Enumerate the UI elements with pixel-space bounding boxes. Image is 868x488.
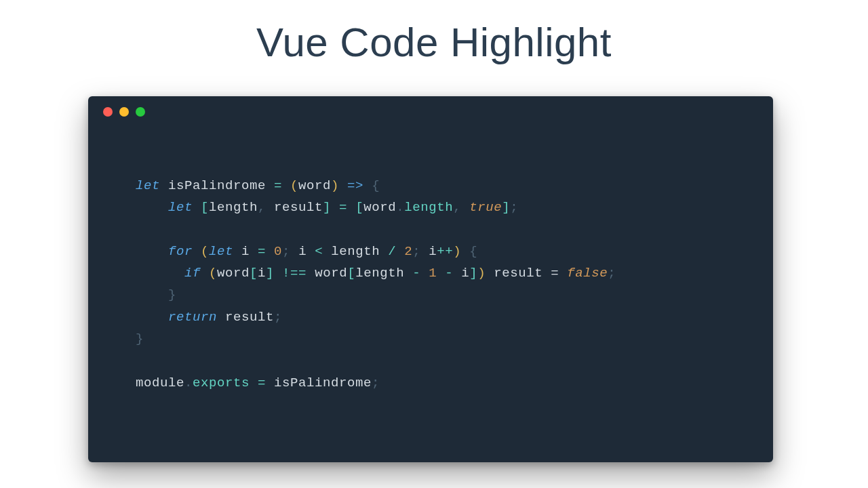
- code-token: length: [355, 266, 412, 281]
- code-token: i: [241, 244, 258, 259]
- code-token: .: [184, 375, 193, 390]
- code-token: for: [168, 244, 201, 259]
- code-token: =: [551, 266, 567, 281]
- code-token: ;: [274, 310, 282, 325]
- code-token: isPalindrome: [274, 375, 372, 390]
- code-token: [: [201, 200, 209, 215]
- code-token: word: [363, 200, 396, 215]
- code-token: if: [184, 266, 209, 281]
- code-token: [: [250, 266, 258, 281]
- code-token: length: [331, 244, 388, 259]
- code-token: ]: [323, 200, 339, 215]
- code-token: (: [201, 244, 209, 259]
- code-token: =: [258, 375, 274, 390]
- code-token: [136, 266, 184, 281]
- code-token: ]: [469, 266, 477, 281]
- code-token: exports: [193, 375, 258, 390]
- code-token: i: [258, 266, 266, 281]
- code-token: [136, 244, 168, 259]
- code-token: ;: [372, 375, 380, 390]
- code-token: isPalindrome: [168, 178, 274, 193]
- code-token: <: [315, 244, 331, 259]
- code-token: result: [494, 266, 551, 281]
- code-token: true: [469, 200, 502, 215]
- code-token: word: [217, 266, 250, 281]
- minimize-icon[interactable]: [119, 107, 129, 117]
- code-token: ): [331, 178, 347, 193]
- code-token: ]: [502, 200, 510, 215]
- code-block: let isPalindrome = (word) => { let [leng…: [88, 127, 773, 394]
- code-editor-window: let isPalindrome = (word) => { let [leng…: [88, 96, 773, 462]
- code-token: result: [274, 200, 323, 215]
- page-title: Vue Code Highlight: [0, 0, 868, 66]
- code-token: let: [168, 200, 201, 215]
- code-token: 2: [404, 244, 412, 259]
- code-token: =: [339, 200, 355, 215]
- code-token: word: [298, 178, 331, 193]
- code-token: {: [469, 244, 477, 259]
- window-titlebar: [88, 96, 773, 127]
- code-token: /: [388, 244, 404, 259]
- code-token: =: [274, 178, 290, 193]
- code-token: !==: [282, 266, 315, 281]
- code-token: ;: [510, 200, 518, 215]
- code-token: .: [396, 200, 404, 215]
- code-token: module: [136, 375, 184, 390]
- code-token: let: [209, 244, 241, 259]
- code-token: let: [136, 178, 168, 193]
- page-root: Vue Code Highlight let isPalindrome = (w…: [0, 0, 868, 488]
- code-token: word: [315, 266, 347, 281]
- code-token: ,: [453, 200, 469, 215]
- code-token: ++: [437, 244, 453, 259]
- code-token: (: [290, 178, 298, 193]
- code-token: [: [347, 266, 355, 281]
- code-token: ): [453, 244, 469, 259]
- code-token: -: [412, 266, 429, 281]
- code-token: ;: [282, 244, 298, 259]
- code-token: -: [445, 266, 461, 281]
- code-token: [136, 287, 168, 302]
- code-token: [136, 310, 168, 325]
- code-token: }: [136, 331, 144, 346]
- code-token: ]: [266, 266, 282, 281]
- code-token: [: [355, 200, 363, 215]
- code-token: ,: [258, 200, 274, 215]
- code-token: {: [372, 178, 380, 193]
- code-token: (: [209, 266, 217, 281]
- code-token: return: [168, 310, 225, 325]
- code-token: i: [461, 266, 469, 281]
- code-token: }: [168, 287, 176, 302]
- zoom-icon[interactable]: [136, 107, 145, 117]
- code-token: result: [225, 310, 274, 325]
- close-icon[interactable]: [103, 107, 113, 117]
- code-token: ;: [412, 244, 429, 259]
- code-token: 1: [429, 266, 445, 281]
- code-token: ;: [608, 266, 616, 281]
- code-token: length: [209, 200, 258, 215]
- code-token: i: [298, 244, 315, 259]
- code-token: =>: [347, 178, 372, 193]
- code-token: 0: [274, 244, 282, 259]
- code-token: [136, 200, 168, 215]
- code-token: false: [567, 266, 608, 281]
- code-token: length: [404, 200, 453, 215]
- code-token: =: [258, 244, 274, 259]
- code-token: i: [429, 244, 437, 259]
- code-token: ): [477, 266, 494, 281]
